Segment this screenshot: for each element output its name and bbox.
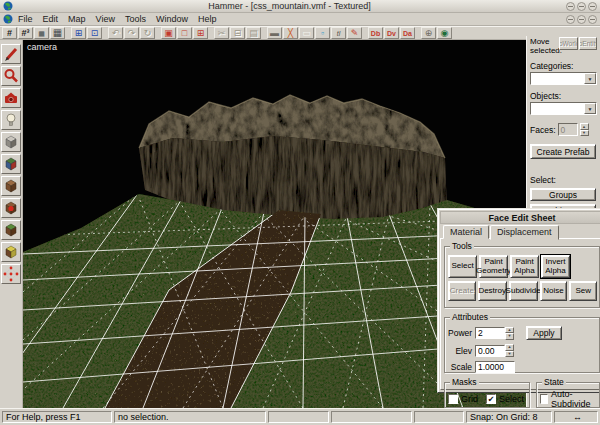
menu-help[interactable]: Help xyxy=(193,14,222,24)
categories-dropdown[interactable]: ▼ xyxy=(530,72,597,85)
tab-material[interactable]: Material xyxy=(443,225,489,239)
edit-cordon-bounds-button[interactable]: ▭ xyxy=(299,27,314,39)
objects-dropdown-arrow-icon[interactable]: ▼ xyxy=(584,103,596,114)
texture-application-button[interactable]: ✎ xyxy=(347,27,362,39)
power-input[interactable] xyxy=(475,327,505,339)
masks-group: Masks ✔ Grid ✔ Select xyxy=(444,382,530,408)
mdi-restore-button[interactable] xyxy=(577,15,586,24)
toggle-cordon-button[interactable]: ╳ xyxy=(283,27,298,39)
run-map-button[interactable]: ◉ xyxy=(437,27,452,39)
grid-mask-checkbox[interactable]: ✔ xyxy=(448,394,458,404)
scale-input[interactable] xyxy=(475,361,515,373)
destroy-button[interactable]: Destroy xyxy=(478,281,507,301)
save-window-state-button[interactable]: ⊡ xyxy=(87,27,102,39)
carve-button[interactable]: ▣ xyxy=(161,27,176,39)
select-groups-button[interactable]: Groups xyxy=(530,188,596,201)
power-stepper[interactable]: ▲ ▼ xyxy=(505,327,514,340)
redo-button[interactable]: ↷ xyxy=(124,27,139,39)
menu-file[interactable]: File xyxy=(13,14,38,24)
create-prefab-button[interactable]: Create Prefab xyxy=(530,144,596,159)
apply-current-texture-tool-icon xyxy=(3,178,19,194)
hide-selected-button[interactable]: ▬ xyxy=(267,27,282,39)
faces-stepper-down-icon[interactable]: ▼ xyxy=(580,130,589,137)
texture-application-tool-icon xyxy=(3,156,19,172)
subdivide-button[interactable]: Subdivide xyxy=(509,281,538,301)
tab-displacement[interactable]: Displacement xyxy=(490,225,559,240)
faces-label: Faces: xyxy=(530,125,556,135)
disp-mask-walkable-button[interactable]: Dv xyxy=(384,27,399,39)
magnify-tool-button[interactable] xyxy=(1,66,21,86)
restore-selection-button[interactable]: ↻ xyxy=(140,27,155,39)
apply-current-texture-tool-button[interactable] xyxy=(1,176,21,196)
select-touching-button[interactable]: ▫ xyxy=(315,27,330,39)
dialog-tabs: Material Displacement xyxy=(440,225,600,239)
magnify-tool-icon xyxy=(3,68,19,84)
scale-label: Scale xyxy=(448,362,472,372)
dialog-title: Face Edit Sheet xyxy=(488,213,555,223)
selection-tool-button[interactable] xyxy=(1,44,21,64)
status-resize-grip[interactable]: ↔ xyxy=(554,411,598,423)
elev-input[interactable] xyxy=(475,345,505,357)
toggle-helpers-button[interactable]: ⊕ xyxy=(421,27,436,39)
paste-button[interactable]: ▤ xyxy=(246,27,261,39)
hammer-window: Hammer - [css_mountain.vmf - Textured] F… xyxy=(0,0,600,425)
camera-tool-button[interactable] xyxy=(1,88,21,108)
faces-stepper[interactable]: ▲ ▼ xyxy=(580,123,589,136)
block-tool-button[interactable] xyxy=(1,132,21,152)
select-mask-checkbox[interactable]: ✔ xyxy=(486,394,496,404)
menu-edit[interactable]: Edit xyxy=(38,14,64,24)
menu-map[interactable]: Map xyxy=(63,14,91,24)
invert-alpha-button[interactable]: Invert Alpha xyxy=(541,255,570,278)
smaller-grid-button[interactable]: ▦ xyxy=(34,27,49,39)
tools-group: Tools Select Paint Geometry Paint Alpha … xyxy=(444,246,600,308)
paint-geometry-button[interactable]: Paint Geometry xyxy=(479,255,508,278)
to-entity-button[interactable]: toEntity xyxy=(579,37,598,50)
apply-button[interactable]: Apply xyxy=(526,326,562,340)
apply-decals-tool-button[interactable] xyxy=(1,198,21,218)
texture-application-tool-button[interactable] xyxy=(1,154,21,174)
sew-button[interactable]: Sew xyxy=(569,281,597,301)
state-group-label: State xyxy=(542,377,566,387)
cut-button[interactable]: ✂ xyxy=(214,27,229,39)
vertex-manipulation-tool-button[interactable] xyxy=(1,264,21,284)
categories-dropdown-arrow-icon[interactable]: ▼ xyxy=(584,73,596,84)
mdi-close-button[interactable] xyxy=(588,15,597,24)
toggle-texture-lock-button[interactable]: tl xyxy=(331,27,346,39)
titlebar[interactable]: Hammer - [css_mountain.vmf - Textured] xyxy=(0,0,600,13)
maximize-button[interactable] xyxy=(577,2,586,11)
power-stepper-down-icon[interactable]: ▼ xyxy=(505,333,514,340)
paint-alpha-button[interactable]: Paint Alpha xyxy=(510,255,539,278)
menu-view[interactable]: View xyxy=(91,14,120,24)
menu-window[interactable]: Window xyxy=(151,14,193,24)
toggle-grid-button[interactable]: # xyxy=(2,27,17,39)
objects-dropdown[interactable]: ▼ xyxy=(530,102,597,115)
menu-tools[interactable]: Tools xyxy=(120,14,151,24)
status-cell-zoom xyxy=(414,411,464,423)
mdi-minimize-button[interactable] xyxy=(566,15,575,24)
select-tool-button[interactable]: Select xyxy=(448,255,477,278)
dialog-titlebar[interactable]: Face Edit Sheet xyxy=(440,211,600,224)
undo-button[interactable]: ↶ xyxy=(108,27,123,39)
overlay-tool-icon xyxy=(3,222,19,238)
auto-subdivide-checkbox[interactable]: ✔ xyxy=(540,394,548,404)
overlay-tool-button[interactable] xyxy=(1,220,21,240)
selection-tool-icon xyxy=(3,46,19,62)
disp-mask-solid-button[interactable]: Db xyxy=(368,27,383,39)
minimize-button[interactable] xyxy=(566,2,575,11)
close-button[interactable] xyxy=(588,2,597,11)
to-world-button[interactable]: toWorld xyxy=(559,37,578,50)
toggle-3d-grid-button[interactable]: #³ xyxy=(18,27,33,39)
tools-group-label: Tools xyxy=(450,241,474,251)
elev-stepper-down-icon[interactable]: ▼ xyxy=(505,351,514,358)
entity-tool-button[interactable] xyxy=(1,110,21,130)
elev-stepper[interactable]: ▲ ▼ xyxy=(505,344,514,357)
larger-grid-button[interactable]: ▦ xyxy=(50,27,65,39)
group-button[interactable]: ⊞ xyxy=(193,27,208,39)
disp-mask-buildable-button[interactable]: Da xyxy=(400,27,415,39)
make-hollow-button[interactable]: □ xyxy=(177,27,192,39)
copy-button[interactable]: ⊟ xyxy=(230,27,245,39)
load-window-state-button[interactable]: ⊞ xyxy=(71,27,86,39)
clipping-tool-button[interactable] xyxy=(1,242,21,262)
face-edit-sheet-dialog[interactable]: Face Edit Sheet Material Displacement To… xyxy=(437,208,600,393)
noise-button[interactable]: Noise xyxy=(540,281,568,301)
